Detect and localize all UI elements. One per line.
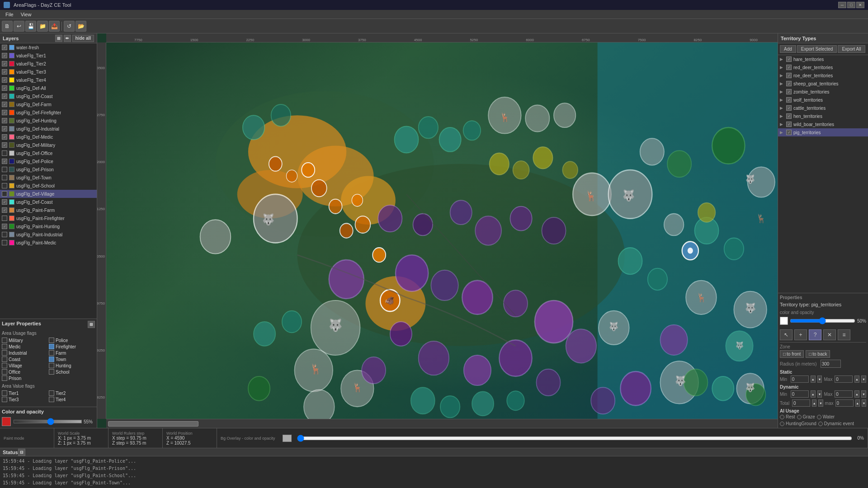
flag-checkbox[interactable]	[2, 369, 7, 375]
ai-rest-option[interactable]: Rest	[780, 414, 795, 419]
layer-props-expand[interactable]: ⊞	[88, 321, 95, 328]
flag-checkbox[interactable]	[2, 350, 7, 356]
territory-opacity-slider[interactable]	[790, 319, 855, 323]
layer-checkbox[interactable]	[2, 134, 7, 140]
layer-checkbox[interactable]	[2, 240, 7, 245]
flag-checkbox[interactable]	[2, 344, 7, 349]
territory-list-item[interactable]: ▶ hen_territories	[778, 112, 868, 120]
minimize-button[interactable]: ─	[838, 2, 846, 8]
total-min-input[interactable]	[792, 399, 810, 407]
value-flag-checkbox[interactable]	[49, 390, 54, 396]
layer-item[interactable]: usgFlg_Def-Coast	[0, 198, 97, 206]
territory-check[interactable]	[786, 73, 792, 78]
dynamic-min-down[interactable]: ▼	[817, 390, 822, 398]
to-back-button[interactable]: □ to back	[806, 350, 830, 358]
flag-item[interactable]: Military	[2, 338, 48, 343]
territory-list-item[interactable]: ▶ red_deer_territories	[778, 63, 868, 71]
hide-all-button[interactable]: hide all	[72, 35, 94, 42]
ai-water-option[interactable]: Water	[817, 414, 835, 419]
scrollbar-thumb-h[interactable]	[108, 421, 198, 427]
flag-checkbox[interactable]	[2, 375, 7, 381]
status-expand[interactable]: ⊟	[18, 449, 25, 456]
restore-button[interactable]: □	[847, 2, 855, 8]
help-button[interactable]: ?	[809, 329, 821, 340]
map-background[interactable]: 🐺 🦌 🐺 🐺 🐺 🐺 🐺 🦌 🐺 🦌 🦌 🐺 🐗 🦌 🐺 🦌	[106, 42, 778, 419]
static-min-down[interactable]: ▼	[817, 375, 822, 383]
territory-check[interactable]	[786, 97, 792, 103]
layer-item[interactable]: usgFlg_Def-Village	[0, 190, 97, 198]
ai-water-radio[interactable]	[817, 415, 821, 419]
territory-list-item[interactable]: ▶ cattle_territories	[778, 104, 868, 112]
total-max-up[interactable]: ▲	[855, 399, 860, 407]
flag-checkbox[interactable]	[49, 357, 54, 362]
layer-item[interactable]: usgFlg_Paint-Medic	[0, 239, 97, 247]
ai-rest-radio[interactable]	[780, 415, 784, 419]
flag-checkbox[interactable]	[49, 338, 54, 343]
territory-list-item[interactable]: ▶ wolf_territories	[778, 96, 868, 104]
layer-checkbox[interactable]	[2, 85, 7, 91]
layer-checkbox[interactable]	[2, 45, 7, 50]
layer-checkbox[interactable]	[2, 142, 7, 148]
flag-checkbox[interactable]	[49, 350, 54, 356]
layer-item[interactable]: usgFlg_Def-School	[0, 182, 97, 190]
layer-checkbox[interactable]	[2, 175, 7, 180]
toolbar-save[interactable]: 💾	[25, 21, 36, 32]
flag-item[interactable]: Police	[49, 338, 95, 343]
flag-checkbox[interactable]	[49, 344, 54, 349]
layer-item[interactable]: usgFlg_Def-Firefighter	[0, 108, 97, 117]
bg-opacity-slider[interactable]	[297, 435, 852, 442]
menu-file[interactable]: File	[2, 11, 17, 18]
map-content[interactable]: 🐺 🦌 🐺 🐺 🐺 🐺 🐺 🦌 🐺 🦌 🦌 🐺 🐗 🦌 🐺 🦌	[106, 42, 778, 419]
layers-icon-2[interactable]: ✏	[64, 35, 71, 42]
layer-checkbox[interactable]	[2, 183, 7, 188]
list-button[interactable]: ≡	[838, 329, 850, 340]
layer-checkbox[interactable]	[2, 159, 7, 164]
territory-list-item[interactable]: ▶ wild_boar_territories	[778, 120, 868, 128]
toolbar-undo[interactable]: ↩	[14, 21, 24, 32]
layer-checkbox[interactable]	[2, 224, 7, 229]
layer-checkbox[interactable]	[2, 232, 7, 237]
layer-checkbox[interactable]	[2, 61, 7, 66]
flag-checkbox[interactable]	[2, 357, 7, 362]
territory-list-item[interactable]: ▶ pig_territories	[778, 128, 868, 136]
layer-item[interactable]: usgFlg_Paint-Industrial	[0, 230, 97, 239]
ai-dynamic-option[interactable]: Dynamic event	[818, 421, 854, 426]
ai-hunting-radio[interactable]	[780, 422, 784, 426]
radius-input[interactable]	[821, 360, 841, 368]
static-min-up[interactable]: ▲	[811, 375, 816, 383]
dynamic-min-input[interactable]	[791, 390, 809, 398]
layer-item[interactable]: valueFlg_Tier1	[0, 52, 97, 60]
layer-checkbox[interactable]	[2, 118, 7, 123]
total-max-input[interactable]	[835, 399, 854, 407]
flag-item[interactable]: Office	[2, 369, 48, 375]
layers-icon-1[interactable]: ⊞	[55, 35, 62, 42]
flag-item[interactable]: Farm	[49, 350, 95, 356]
dynamic-max-up[interactable]: ▲	[854, 390, 859, 398]
ai-dynamic-radio[interactable]	[818, 422, 823, 426]
to-front-button[interactable]: □ to front	[780, 350, 804, 358]
static-max-up[interactable]: ▲	[854, 375, 859, 383]
territory-list-item[interactable]: ▶ zombie_territories	[778, 88, 868, 96]
layer-item[interactable]: usgFlg_Def-Prison	[0, 165, 97, 174]
layer-checkbox[interactable]	[2, 191, 7, 197]
export-all-button[interactable]: Export All	[838, 45, 865, 53]
menu-view[interactable]: View	[17, 11, 35, 18]
layer-checkbox[interactable]	[2, 77, 7, 83]
layer-item[interactable]: usgFlg_Paint-Firefighter	[0, 214, 97, 222]
territory-check[interactable]	[786, 113, 792, 119]
delete-zone-button[interactable]: ✕	[823, 329, 836, 340]
value-flag-checkbox[interactable]	[49, 397, 54, 402]
layer-checkbox[interactable]	[2, 110, 7, 115]
dynamic-min-up[interactable]: ▲	[811, 390, 816, 398]
value-flag-item[interactable]: Tier1	[2, 390, 48, 396]
opacity-slider[interactable]	[14, 420, 82, 423]
value-flag-checkbox[interactable]	[2, 390, 7, 396]
total-min-down[interactable]: ▼	[818, 399, 823, 407]
layer-checkbox[interactable]	[2, 150, 7, 156]
territory-check[interactable]	[786, 130, 792, 135]
flag-checkbox[interactable]	[49, 363, 54, 368]
territory-check[interactable]	[786, 56, 792, 62]
layer-checkbox[interactable]	[2, 94, 7, 99]
flag-checkbox[interactable]	[2, 363, 7, 368]
value-flag-checkbox[interactable]	[2, 397, 7, 402]
